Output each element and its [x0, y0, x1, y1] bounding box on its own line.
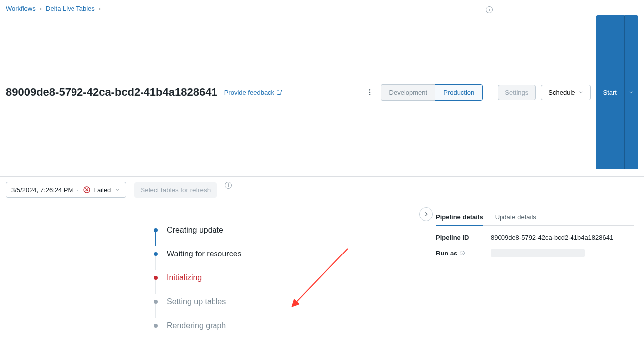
schedule-button[interactable]: Schedule: [541, 85, 590, 100]
breadcrumb: Workflows › Delta Live Tables ›: [6, 5, 638, 12]
production-button[interactable]: Production: [435, 84, 483, 101]
breadcrumb-sep: ›: [40, 5, 42, 12]
details-tabs: Pipeline details Update details: [436, 209, 634, 226]
info-icon[interactable]: i: [225, 182, 232, 189]
start-dropdown-button[interactable]: [624, 15, 638, 169]
feedback-link[interactable]: Provide feedback: [224, 89, 282, 96]
collapse-panel-button[interactable]: [419, 207, 433, 221]
main-area: Creating update Waiting for resources In…: [0, 203, 644, 338]
breadcrumb-sep: ›: [99, 5, 101, 12]
svg-point-3: [369, 94, 370, 95]
redacted-value: [491, 249, 585, 257]
external-link-icon: [276, 89, 282, 95]
step-setting-up-tables: Setting up tables: [154, 290, 406, 314]
pipeline-id-value: 89009de8-5792-42ca-bcd2-41b4a1828641: [491, 234, 613, 241]
separator: ·: [77, 186, 79, 194]
pipeline-id-label: Pipeline ID: [436, 234, 491, 241]
breadcrumb-dlt[interactable]: Delta Live Tables: [46, 5, 95, 12]
step-dot-icon: [154, 324, 158, 328]
run-status: Failed: [83, 186, 111, 194]
run-as-label: Run as: [436, 249, 491, 257]
svg-line-0: [279, 90, 282, 93]
pipeline-steps: Creating update Waiting for resources In…: [154, 218, 406, 338]
step-waiting-for-resources: Waiting for resources: [154, 242, 406, 266]
tab-update-details[interactable]: Update details: [495, 209, 536, 225]
page-header: Workflows › Delta Live Tables › 89009de8…: [0, 0, 644, 177]
kebab-menu-button[interactable]: [364, 86, 376, 98]
pipeline-graph-area: Creating update Waiting for resources In…: [0, 203, 426, 338]
run-toolbar: 3/5/2024, 7:26:24 PM · Failed Select tab…: [0, 177, 644, 203]
chevron-right-icon: [423, 211, 429, 218]
page-title: 89009de8-5792-42ca-bcd2-41b4a1828641: [6, 86, 217, 99]
chevron-down-icon: [115, 187, 121, 193]
chevron-down-icon: [578, 90, 583, 95]
kebab-icon: [366, 88, 374, 96]
step-dot-icon: [154, 300, 158, 304]
step-dot-icon: [154, 228, 158, 232]
run-as-row: Run as: [436, 249, 634, 257]
pipeline-id-row: Pipeline ID 89009de8-5792-42ca-bcd2-41b4…: [436, 234, 634, 241]
step-dot-icon: [154, 252, 158, 256]
step-dot-icon: [154, 276, 158, 280]
breadcrumb-workflows[interactable]: Workflows: [6, 5, 36, 12]
mode-toggle: Development Production: [381, 84, 483, 101]
development-button[interactable]: Development: [381, 84, 435, 101]
svg-point-2: [369, 92, 370, 93]
tab-pipeline-details[interactable]: Pipeline details: [436, 209, 483, 226]
chevron-down-icon: [629, 90, 634, 95]
svg-point-9: [462, 252, 463, 252]
step-creating-update: Creating update: [154, 218, 406, 242]
start-button[interactable]: Start: [596, 15, 624, 169]
info-icon: [459, 250, 465, 256]
start-split-button: Start: [596, 15, 638, 169]
select-tables-refresh-button[interactable]: Select tables for refresh: [134, 182, 217, 198]
error-circle-icon: [83, 186, 91, 194]
step-rendering-graph: Rendering graph: [154, 314, 406, 338]
run-time: 3/5/2024, 7:26:24 PM: [11, 186, 73, 194]
svg-point-1: [369, 89, 370, 91]
run-as-value: [491, 249, 585, 257]
step-initializing: Initializing: [154, 266, 406, 290]
settings-button[interactable]: Settings: [498, 85, 536, 100]
run-selector[interactable]: 3/5/2024, 7:26:24 PM · Failed: [6, 182, 126, 198]
details-panel: Pipeline details Update details Pipeline…: [426, 203, 644, 338]
